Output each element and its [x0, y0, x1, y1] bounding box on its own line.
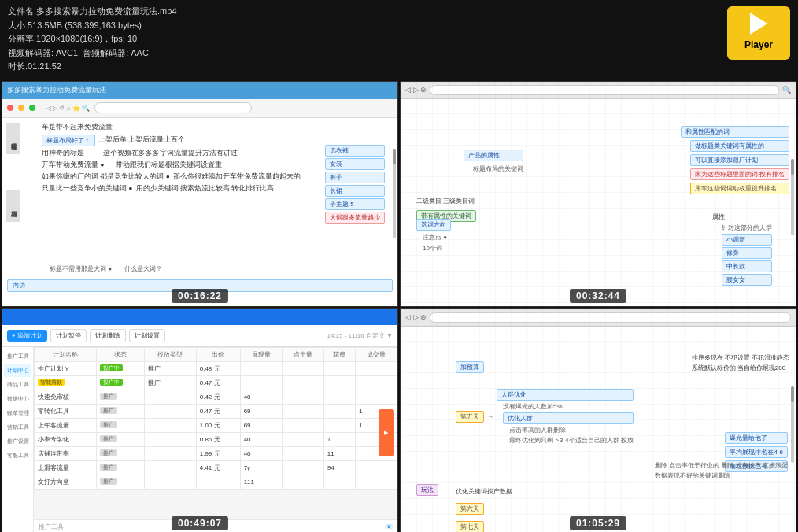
v2-timestamp: 00:32:44 — [570, 289, 626, 303]
v1-title-bar: 多多搜索暴力拉动免费流量玩法 — [2, 82, 397, 99]
v2-center: 产品的属性 标题布局的关键词 — [464, 150, 523, 173]
table-row: 推广计划 Y 投广中 推广 0.48 元 — [35, 361, 397, 375]
video-cell-3[interactable]: + 添加计划 计划暂停 计划删除 计划设置 14:15 - 11/16 自定义 … — [2, 308, 398, 532]
v3-td-name: 推广计划 Y — [35, 361, 97, 375]
v3-sidebar-bill[interactable]: 账单管理 — [4, 407, 31, 419]
v2-addr-bar[interactable] — [430, 85, 779, 95]
v2-scrollbar[interactable] — [791, 159, 794, 235]
v3-pause-btn[interactable]: 计划暂停 — [50, 329, 87, 342]
v3-add-btn[interactable]: + 添加计划 — [7, 330, 47, 342]
v4-n1: 排序多现在 不犯设置 不犯滑准静态 — [692, 353, 789, 362]
v3-sidebar-service[interactable]: 客服工具 — [4, 449, 31, 462]
v2-a2: 小调新 — [722, 234, 772, 246]
v3-timestamp: 00:49:07 — [172, 516, 228, 530]
status-badge: 投广中 — [100, 364, 123, 371]
v3-sidebar-plan[interactable]: 计划中心 — [4, 364, 31, 377]
v3-td-status: 投广中 — [96, 361, 144, 375]
v3-th-spend: 花费 — [323, 347, 355, 361]
table-row: 文打方向坐 推广 111 — [35, 475, 397, 489]
v3-sidebar-data[interactable]: 数据中心 — [4, 393, 31, 405]
v3-delete-btn[interactable]: 计划删除 — [90, 329, 126, 342]
v4-p1: 没有爆光的人数加5% — [503, 402, 634, 411]
nav-min-dot — [18, 105, 24, 111]
file-codec: 视频解码器: AVC1, 音频解码器: AAC — [8, 46, 790, 61]
v1-d6: 大词跟多流量越少 — [325, 212, 385, 224]
v4-r2: 平均展现排名在4-6 — [725, 446, 788, 458]
v2-nav-icons: ◁ ▷ ⊕ — [405, 86, 427, 94]
v2-title-bar: ◁ ▷ ⊕ 🔍 — [401, 82, 796, 99]
status-badge: 推广 — [100, 435, 117, 442]
file-name: 文件名:多多搜索暴力拉动免费流量玩法.mp4 — [8, 5, 790, 19]
v2-a1: 针对这部分的人群 — [722, 224, 772, 232]
v3-sidebar-tools[interactable]: 推广工具 — [4, 350, 31, 363]
table-row: 零转化工具 推广 0.47 元 691 — [35, 404, 397, 418]
status-badge: 推广 — [100, 464, 117, 471]
v4-addr-bar[interactable] — [430, 312, 791, 323]
v2-r1: 和属性匹配的词 — [681, 126, 789, 138]
v3-settings-btn[interactable]: 计划设置 — [129, 329, 165, 342]
v4-more-days: 第六天 第七天 第八天 — [456, 503, 484, 532]
v3-date-range: 14:15 - 11/16 自定义 ▼ — [327, 331, 393, 340]
v3-th-order: 成交量 — [355, 347, 397, 361]
v4-r1: 爆光量给他了 — [725, 432, 788, 444]
v3-sidebar-marketing[interactable]: 营销工具 — [4, 421, 31, 434]
v2-a4: 中长款 — [722, 260, 772, 272]
v3-th-type: 投放类型 — [144, 347, 196, 361]
v3-td-bid: 0.48 元 — [196, 361, 240, 375]
address-bar[interactable] — [94, 102, 252, 113]
v2-right-nodes: 和属性匹配的词 做标题类关键词有属性的 可以直接添加跟厂计划 因为这些标题里面的… — [681, 126, 789, 194]
v3-th-impression: 展现量 — [240, 347, 282, 361]
v2-select-nodes: 选词方向 注意点 ● 10个词 — [416, 219, 451, 253]
v4-day6: 第六天 — [456, 503, 484, 515]
v1-mindmap: 车是带不起来免费流量 标题布局好了！ 上架后单 上架后流量上百个 用神奇的标题 … — [42, 121, 393, 289]
video-cell-2[interactable]: ◁ ▷ ⊕ 🔍 和属性匹配的词 做标题类关键词有属性的 可以直接添加跟厂计划 因… — [400, 81, 796, 307]
v4-n2: 系统默认标价的 当自给你展现200 — [692, 364, 789, 372]
v4-mindmap: 排序多现在 不犯设置 不犯滑准静态 系统默认标价的 当自给你展现200 加预算 … — [401, 330, 796, 519]
v4-keyword-opt: 优化关键词投产数据 — [456, 487, 512, 496]
v4-day7: 第七天 — [456, 521, 484, 532]
v4-right-notes: 排序多现在 不犯设置 不犯滑准静态 系统默认标价的 当自给你展现200 — [692, 353, 789, 372]
status-badge: 推广 — [100, 478, 117, 485]
status-badge: 推广 — [100, 421, 117, 428]
video-cell-1[interactable]: 多多搜索暴力拉动免费流量玩法 ◁ ▷ ↺ ⌂ ⭐ 🔍 哪些转化最佳 标题布局 — [2, 81, 398, 307]
v4-p4: 最终优化到只剩下3-4个适合自己的人群 投放 — [509, 436, 634, 445]
player-button[interactable]: Player — [727, 6, 790, 60]
v3-sidebar-product[interactable]: 商品工具 — [4, 379, 31, 391]
video-cell-4[interactable]: ◁ ▷ ⊕ 排序多现在 不犯设置 不犯滑准静态 系统默认标价的 当自给你展现20… — [400, 308, 796, 532]
status-badge: 推广 — [100, 449, 117, 456]
v2-c2: 标题布局的关键词 — [473, 164, 523, 173]
v3-td-status: 投广中 — [96, 375, 144, 390]
v3-orange-btn[interactable]: ▶ — [379, 409, 394, 456]
v3-sidebar: 推广工具 计划中心 商品工具 数据中心 账单管理 营销工具 推广设置 客服工具 — [2, 347, 34, 532]
v4-delete-note: 删除 点击率低于行业的 删除 没有投产 直接滚蛋 数据表现不好的关键词删除 — [655, 461, 788, 480]
v3-td-name: 智能落款 — [35, 375, 97, 390]
table-row: 快速免审核 推广 0.42 元 40 — [35, 390, 397, 404]
table-row: 上滑客流量 推广 4.41 元 7y94 — [35, 460, 397, 475]
video-grid: 多多搜索暴力拉动免费流量玩法 ◁ ▷ ↺ ⌂ ⭐ 🔍 哪些转化最佳 标题布局 — [0, 79, 798, 532]
v4-day-nodes: 加预算 第五天 → 人群优化 没有爆光的人数加5% 优化人群 — [456, 361, 634, 445]
player-label: Player — [744, 38, 773, 53]
v2-r2: 做标题类关键词有属性的 — [690, 140, 789, 152]
v3-th-click: 点击量 — [282, 347, 323, 361]
v3-toolbar: + 添加计划 计划暂停 计划删除 计划设置 14:15 - 11/16 自定义 … — [2, 325, 397, 347]
v1-node2: 标题布局好了！ — [42, 135, 95, 146]
v1-nav-bar: ◁ ▷ ↺ ⌂ ⭐ 🔍 — [2, 99, 397, 118]
file-info-panel: 文件名:多多搜索暴力拉动免费流量玩法.mp4 大小:513.5MB (538,3… — [0, 0, 798, 79]
v4-day5-node: 第五天 — [456, 411, 484, 423]
v2-s3: 10个词 — [423, 244, 451, 253]
v3-td-type: 推广 — [144, 375, 196, 390]
v1-bottom-labels: 标题不需用那是大词 ● 什么是大词？ — [50, 264, 162, 273]
nav-icons: ◁ ▷ ↺ ⌂ ⭐ 🔍 — [46, 105, 90, 112]
v1-dropdown: 选衣裤 女装 裤子 长裙 子主题 5 大词跟多流量越少 — [325, 145, 385, 224]
v1-scrollbar[interactable] — [393, 149, 396, 238]
left-label-1: 哪些转化最佳 — [6, 123, 20, 154]
v3-sidebar-settings[interactable]: 推广设置 — [4, 435, 31, 448]
v2-attr-nodes: 属性 针对这部分的人群 小调新 修身 中长款 腰女女 — [712, 212, 772, 286]
v3-td-imp — [240, 361, 282, 375]
v4-nav-icons: ◁ ▷ ⊕ — [405, 313, 427, 321]
nav-max-dot — [29, 105, 35, 111]
v4-scrollbar[interactable] — [791, 386, 794, 462]
v3-main-content: 计划名称 状态 投放类型 出价 展现量 点击量 花费 成交量 — [34, 347, 397, 519]
status-badge: 推广 — [100, 393, 117, 400]
table-row: 上午客流量 推广 1.00 元 691 — [35, 418, 397, 432]
